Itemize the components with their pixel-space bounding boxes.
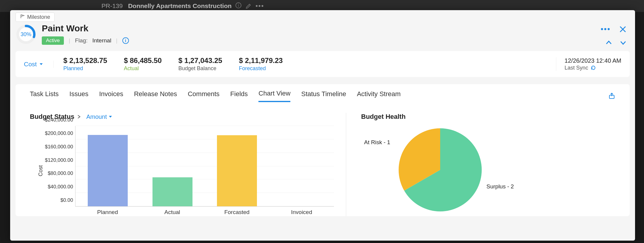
status-badge: Active [42,36,64,45]
info-icon[interactable]: i [122,37,129,44]
metric-planned-value: $ 2,13,528.75 [63,56,107,65]
metric-actual-value: $ 86,485.50 [124,56,162,65]
milestone-chip-label: Milestone [27,14,50,20]
close-icon[interactable] [619,25,627,33]
bar-forcasted[interactable] [217,135,257,206]
tab-issues[interactable]: Issues [70,90,89,101]
next-record-icon[interactable] [620,39,627,46]
metric-balance-value: $ 1,27,043.25 [178,56,222,65]
more-actions-icon[interactable]: ••• [601,24,611,34]
amount-dropdown[interactable]: Amount [86,113,112,120]
y-tick: $240,000.00 [45,117,73,123]
pie-label-surplus: Surplus - 2 [486,183,514,190]
x-label: Actual [140,207,205,216]
chart-title: Budget Health [361,113,406,121]
y-tick: $160,000.00 [45,144,73,150]
project-title: Donnelly Apartments Construction [128,2,232,10]
bar-actual[interactable] [152,177,192,206]
info-icon[interactable]: i [235,2,242,10]
cost-summary-card: Cost $ 2,13,528.75 Planned $ 86,485.50 A… [16,51,630,77]
metric-forecast-label: Forecasted [239,65,283,72]
metric-balance-label: Budget Balance [178,65,222,72]
tab-status-timeline[interactable]: Status Timeline [301,90,346,101]
milestone-panel: Milestone 30% Paint Work Active | Flag: … [10,10,635,241]
flag-label: Flag: [75,37,87,44]
tab-fields[interactable]: Fields [230,90,248,101]
tab-chart-view[interactable]: Chart View [258,90,290,102]
progress-ring: 30% [16,24,36,44]
tabs: Task ListsIssuesInvoicesRelease NotesCom… [30,90,615,102]
y-tick: $80,000.00 [48,170,73,176]
pie-label-at-risk: At Risk - 1 [364,139,390,146]
x-label: Invoiced [269,207,334,216]
metric-forecast: $ 2,11,979.23 Forecasted [239,56,283,72]
metric-actual: $ 86,485.50 Actual [124,56,162,72]
sync-label: Last Sync [565,65,588,71]
bar-planned[interactable] [88,135,128,206]
cost-dropdown-label: Cost [24,61,37,68]
metric-planned-label: Planned [63,65,107,72]
cost-dropdown[interactable]: Cost [24,61,54,68]
amount-dropdown-label: Amount [86,113,107,120]
more-icon[interactable]: ••• [255,2,264,10]
y-tick: $120,000.00 [45,157,73,163]
sync-timestamp: 12/26/2023 12:40 AM [565,57,621,64]
last-sync: 12/26/2023 12:40 AM Last Sync [556,57,621,71]
milestone-icon [20,14,25,20]
chevron-right-icon [77,115,81,119]
metric-planned: $ 2,13,528.75 Planned [63,56,107,72]
y-tick: $0.00 [60,197,73,203]
tab-task-lists[interactable]: Task Lists [30,90,59,101]
budget-health-chart: Budget Health At Risk - 1 Surplus - 2 [346,113,615,216]
chevron-down-icon [109,115,112,119]
x-label: Planned [75,207,140,216]
metric-forecast-value: $ 2,11,979.23 [239,56,283,65]
separator: | [116,37,118,44]
project-id: PR-139 [101,2,123,10]
edit-icon[interactable] [245,2,252,10]
budget-status-chart: Budget Status Amount Cost $0.00$40,000.0… [30,113,346,216]
separator: | [69,37,70,44]
tab-comments[interactable]: Comments [188,90,219,101]
flag-value: Internal [92,37,111,44]
tab-activity-stream[interactable]: Activity Stream [357,90,401,101]
tab-invoices[interactable]: Invoices [99,90,123,101]
refresh-icon[interactable] [591,65,596,70]
svg-text:i: i [238,3,239,8]
y-axis-label: Cost [38,165,44,176]
milestone-title: Paint Work [42,23,595,33]
metric-actual-label: Actual [124,65,162,72]
chevron-down-icon [39,62,43,66]
content-card: Task ListsIssuesInvoicesRelease NotesCom… [16,84,630,216]
y-tick: $40,000.00 [48,184,73,190]
prev-record-icon[interactable] [605,39,612,46]
milestone-breadcrumb[interactable]: Milestone [16,13,55,22]
progress-percent: 30% [19,27,33,41]
export-icon[interactable] [608,92,615,99]
y-tick: $200,000.00 [45,130,73,136]
x-label: Forcasted [205,207,269,216]
tab-release-notes[interactable]: Release Notes [134,90,177,101]
metric-balance: $ 1,27,043.25 Budget Balance [178,56,222,72]
